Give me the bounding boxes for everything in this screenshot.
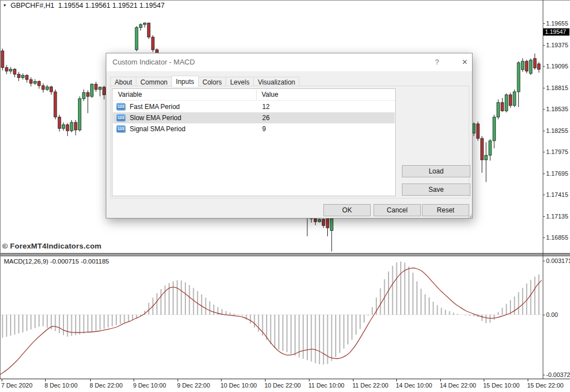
time-axis-tick bbox=[440, 379, 441, 381]
time-axis-label: 9 Dec 22:00 bbox=[177, 382, 210, 389]
price-scale-tick bbox=[543, 45, 545, 46]
time-axis-label: 10 Dec 10:00 bbox=[220, 382, 257, 389]
table-row-signal-sma-period[interactable]: 123Signal SMA Period9 bbox=[113, 123, 395, 135]
time-axis-tick bbox=[265, 379, 266, 381]
price-scale-tick bbox=[543, 152, 545, 152]
load-button[interactable]: Load bbox=[402, 165, 470, 177]
quote-high: 1.19561 bbox=[85, 2, 110, 9]
time-axis-tick bbox=[178, 379, 178, 381]
price-scale-tick bbox=[543, 216, 545, 217]
time-axis-tick bbox=[2, 379, 2, 381]
candle-body bbox=[33, 82, 36, 83]
time-axis-tick bbox=[528, 379, 528, 381]
candle-body bbox=[480, 138, 483, 160]
variable-value[interactable]: 12 bbox=[262, 103, 269, 111]
time-axis-tick bbox=[134, 379, 134, 381]
candle-body bbox=[5, 67, 8, 71]
candle-body bbox=[135, 28, 138, 50]
macd-scale-label: 0.003171 bbox=[546, 257, 570, 264]
time-axis-label: 15 Dec 22:00 bbox=[527, 382, 563, 389]
variable-value[interactable]: 9 bbox=[262, 125, 266, 133]
time-axis-tick bbox=[396, 379, 397, 381]
chart-left-border bbox=[0, 0, 1, 379]
time-axis-tick bbox=[221, 379, 222, 381]
symbol-label: GBPCHF#,H1 bbox=[11, 2, 55, 9]
symbol-dropdown-icon[interactable]: ▼ bbox=[3, 3, 7, 7]
help-icon[interactable]: ? bbox=[431, 57, 443, 68]
time-axis-border bbox=[0, 379, 570, 379]
candle-body bbox=[497, 102, 500, 117]
numeric-parameter-icon: 123 bbox=[116, 103, 125, 110]
custom-indicator-dialog: Custom Indicator - MACD ? ✕ AboutCommonI… bbox=[106, 53, 473, 219]
price-scale-label: 1.18255 bbox=[546, 127, 568, 134]
price-scale-tick bbox=[543, 88, 545, 88]
time-axis-tick bbox=[309, 379, 309, 381]
macd-indicator-label: MACD(12,26,9) -0.000715 -0.001185 bbox=[4, 258, 109, 265]
price-scale-tick bbox=[543, 109, 545, 110]
mt4-chart-window: ▼GBPCHF#,H1 1.19554 1.19561 1.19521 1.19… bbox=[0, 0, 570, 392]
price-scale-label: 1.18535 bbox=[546, 106, 568, 112]
column-variable: Variable bbox=[118, 91, 142, 98]
macd-histogram bbox=[3, 261, 539, 364]
candle-body bbox=[50, 87, 53, 92]
candle-body bbox=[70, 122, 73, 131]
candle-body bbox=[501, 102, 504, 111]
candle-body bbox=[99, 87, 101, 90]
candle-body bbox=[58, 117, 61, 128]
price-scale-tick bbox=[543, 195, 545, 195]
candle-body bbox=[1, 51, 4, 68]
dialog-title: Custom Indicator - MACD bbox=[112, 58, 195, 66]
macd-indicator-pane[interactable] bbox=[0, 256, 543, 379]
price-scale-label: 1.17975 bbox=[546, 148, 568, 155]
candle-body bbox=[91, 84, 94, 96]
dialog-titlebar[interactable]: Custom Indicator - MACD ? ✕ bbox=[106, 53, 472, 71]
candle-body bbox=[322, 220, 325, 226]
ok-button[interactable]: OK bbox=[323, 204, 371, 216]
candle-body bbox=[493, 117, 495, 141]
time-axis-tick bbox=[45, 379, 46, 381]
candle-body bbox=[86, 92, 89, 96]
candle-body bbox=[330, 219, 333, 230]
price-scale-border bbox=[543, 0, 543, 379]
price-scale-label: 1.16855 bbox=[546, 234, 568, 241]
price-scale-label: 1.18815 bbox=[546, 85, 568, 91]
time-axis-tick bbox=[484, 379, 484, 381]
quote-open: 1.19554 bbox=[58, 2, 83, 9]
candle-body bbox=[509, 95, 512, 106]
variable-name: Slow EMA Period bbox=[130, 114, 181, 122]
cancel-button[interactable]: Cancel bbox=[374, 204, 421, 216]
candle-body bbox=[38, 82, 41, 86]
time-axis-label: 8 Dec 22:00 bbox=[90, 382, 122, 389]
variable-name: Signal SMA Period bbox=[130, 125, 185, 133]
resize-grip[interactable] bbox=[468, 214, 473, 219]
variable-value[interactable]: 26 bbox=[262, 114, 269, 122]
price-scale-tick bbox=[543, 131, 545, 131]
time-axis-label: 11 Dec 10:00 bbox=[308, 382, 345, 389]
inputs-table[interactable]: Variable Value 123Fast EMA Period12123Sl… bbox=[112, 88, 396, 196]
candle-body bbox=[529, 60, 532, 73]
candle-body bbox=[525, 61, 528, 71]
table-row-fast-ema-period[interactable]: 123Fast EMA Period12 bbox=[113, 101, 395, 112]
time-axis-tick bbox=[353, 379, 353, 381]
table-row-slow-ema-period[interactable]: 123Slow EMA Period26 bbox=[113, 112, 395, 123]
macd-chart[interactable] bbox=[0, 256, 543, 379]
table-header: Variable Value bbox=[112, 89, 395, 101]
quote-low: 1.19521 bbox=[112, 2, 137, 9]
time-axis-label: 7 Dec 2020 bbox=[1, 382, 32, 389]
price-scale-tick bbox=[543, 66, 545, 67]
column-value: Value bbox=[262, 91, 278, 98]
save-button[interactable]: Save bbox=[402, 183, 470, 196]
candle-body bbox=[9, 69, 12, 71]
candle-body bbox=[78, 98, 81, 130]
candle-body bbox=[505, 95, 508, 111]
tab-inputs[interactable]: Inputs bbox=[171, 76, 199, 87]
candle-body bbox=[517, 63, 520, 92]
candle-body bbox=[95, 84, 97, 90]
close-icon[interactable]: ✕ bbox=[458, 57, 472, 68]
reset-button[interactable]: Reset bbox=[422, 204, 469, 216]
bid-price-marker: 1.19547 bbox=[543, 28, 569, 36]
candle-body bbox=[473, 124, 475, 133]
time-axis-label: 9 Dec 10:00 bbox=[133, 382, 166, 389]
candle-body bbox=[318, 220, 321, 222]
candle-body bbox=[144, 23, 146, 24]
